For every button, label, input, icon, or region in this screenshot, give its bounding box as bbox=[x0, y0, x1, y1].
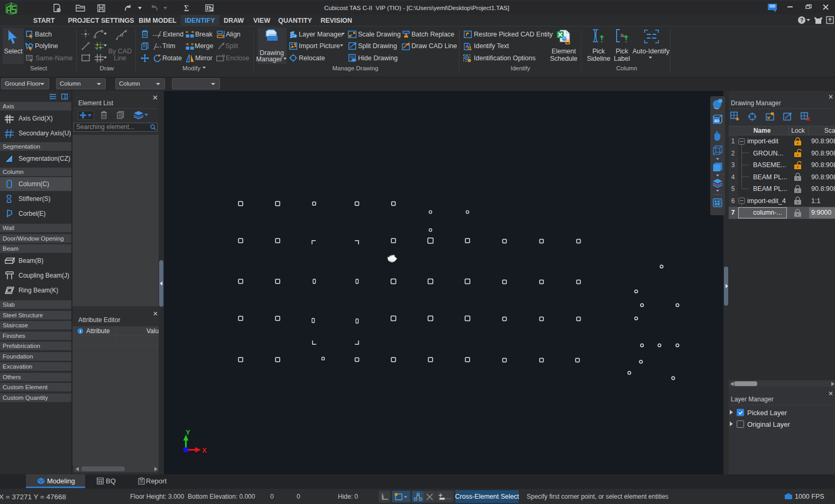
svg-text:Y: Y bbox=[186, 428, 190, 436]
svg-text:X: X bbox=[202, 446, 207, 454]
svg-text:?: ? bbox=[800, 17, 804, 23]
svg-text:3D: 3D bbox=[714, 118, 719, 123]
svg-text:Σ: Σ bbox=[184, 4, 189, 13]
svg-text:a: a bbox=[620, 32, 624, 38]
